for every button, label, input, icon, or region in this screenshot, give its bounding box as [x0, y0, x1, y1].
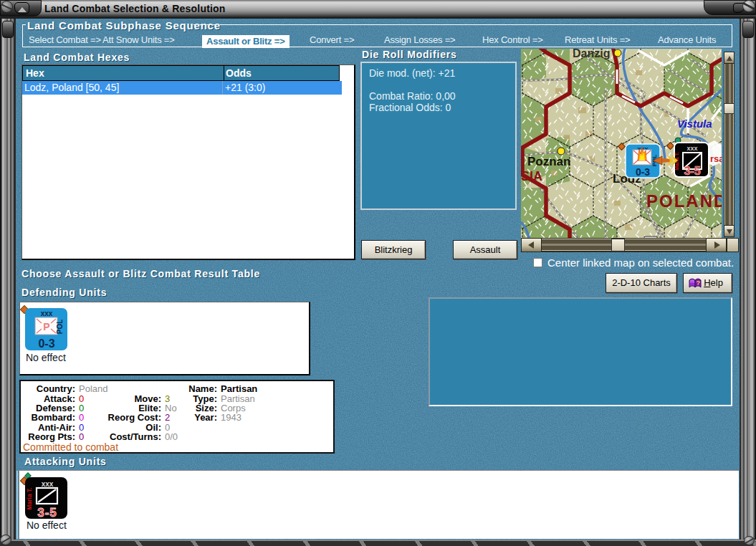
- svg-text:xxx: xxx: [686, 145, 697, 152]
- svg-text:Poznan: Poznan: [527, 155, 570, 168]
- svg-text:SIA: SIA: [521, 169, 542, 183]
- svg-text:No effect: No effect: [26, 352, 66, 363]
- svg-text:P: P: [43, 321, 49, 332]
- svg-text:Vistula: Vistula: [677, 118, 712, 130]
- svg-text:POL: POL: [56, 320, 64, 335]
- svg-text:3-5: 3-5: [37, 506, 57, 519]
- svg-text:0-3: 0-3: [38, 337, 54, 350]
- svg-text:No effect: No effect: [27, 519, 67, 531]
- svg-text:rsaw: rsaw: [710, 153, 722, 164]
- svg-text:Danzig: Danzig: [573, 49, 610, 59]
- svg-text:xxx: xxx: [41, 310, 53, 317]
- svg-text:0-3: 0-3: [636, 166, 650, 178]
- svg-text:POLAND: POLAND: [646, 191, 722, 211]
- svg-text:3-5: 3-5: [684, 165, 700, 177]
- svg-text:xxx: xxx: [42, 480, 54, 488]
- svg-text:Maria T.: Maria T.: [26, 487, 33, 509]
- svg-text:?: ?: [697, 279, 701, 287]
